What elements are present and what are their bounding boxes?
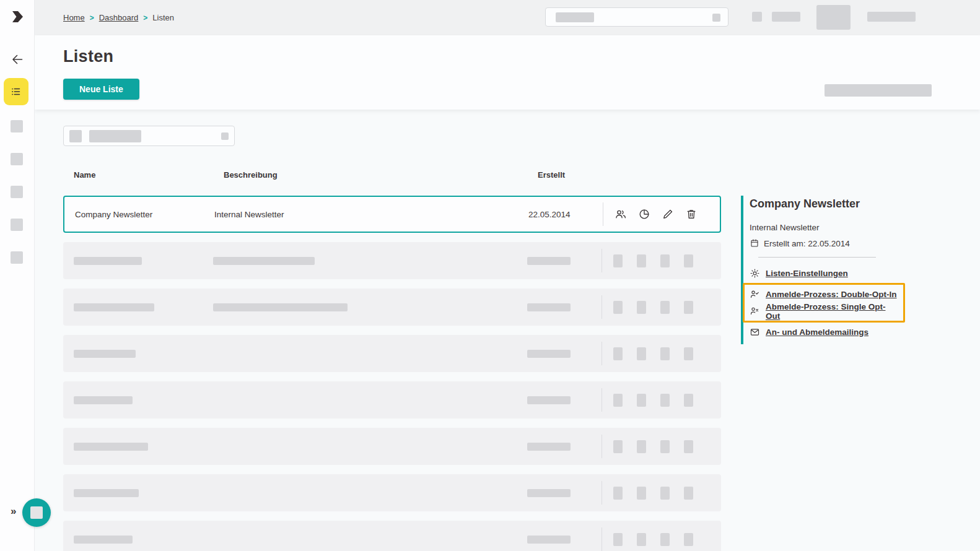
fab-placeholder-icon (30, 506, 43, 519)
sidebar-item-lists[interactable] (4, 78, 28, 105)
table-row-selected[interactable]: Company Newsletter Internal Newsletter 2… (63, 196, 721, 233)
list-name: Company Newsletter (64, 210, 214, 219)
new-list-button[interactable]: Neue Liste (63, 79, 139, 100)
opt-process-highlight-box: Anmelde-Prozess: Double-Opt-In Abmelde-P… (743, 283, 905, 323)
list-detail-panel: Company Newsletter Internal Newsletter E… (741, 196, 970, 344)
topbar-placeholder-bar (772, 12, 800, 22)
table-row-skeleton (63, 474, 721, 511)
sidebar-item-placeholder[interactable] (11, 186, 23, 198)
page-title: Listen (63, 47, 113, 66)
topbar: Home > Dashboard > Listen (35, 0, 980, 35)
search-placeholder-bar (556, 12, 594, 22)
sidebar-expand-chevrons[interactable]: » (11, 505, 16, 518)
avatar[interactable] (816, 5, 851, 30)
statistics-icon[interactable] (638, 208, 650, 220)
list-created-date: 22.05.2014 (528, 210, 603, 219)
mailings-link[interactable]: An- und Abmeldemailings (766, 328, 868, 337)
person-check-icon (750, 289, 760, 300)
topbar-placeholder-icon (752, 12, 762, 22)
breadcrumb-home-link[interactable]: Home (63, 13, 85, 22)
breadcrumb-separator: > (143, 14, 147, 22)
column-header-description: Beschreibung (224, 170, 278, 180)
breadcrumb: Home > Dashboard > Listen (63, 0, 174, 35)
breadcrumb-separator: > (90, 14, 94, 22)
sidebar: » (0, 0, 35, 551)
calendar-icon (750, 238, 759, 248)
gear-icon (750, 268, 760, 279)
envelope-icon (750, 327, 760, 337)
column-header-name: Name (74, 170, 95, 180)
table-row-skeleton (63, 242, 721, 279)
breadcrumb-current: Listen (152, 13, 174, 22)
back-arrow-icon[interactable] (10, 52, 25, 67)
table-row-skeleton (63, 335, 721, 372)
floating-action-button[interactable] (22, 498, 51, 527)
logo-icon (7, 6, 28, 27)
topbar-placeholder-bar (867, 12, 916, 22)
list-filter-input[interactable] (63, 126, 235, 146)
detail-title: Company Newsletter (750, 197, 970, 210)
optout-process-link[interactable]: Abmelde-Prozess: Single Opt-Out (766, 302, 899, 321)
column-header-created: Erstellt (538, 170, 565, 180)
filter-placeholder-bar (89, 130, 141, 142)
page-header: Listen Neue Liste (35, 35, 980, 110)
person-x-icon (750, 306, 760, 316)
list-icon (9, 85, 23, 98)
sidebar-item-placeholder[interactable] (11, 251, 23, 264)
panel-divider (758, 257, 876, 258)
row-actions (615, 208, 698, 220)
list-description: Internal Newsletter (214, 210, 528, 219)
optin-process-link[interactable]: Anmelde-Prozess: Double-Opt-In (766, 290, 897, 299)
breadcrumb-dashboard-link[interactable]: Dashboard (99, 13, 139, 22)
recipients-icon[interactable] (615, 208, 627, 220)
search-input[interactable] (545, 7, 728, 27)
sidebar-item-placeholder[interactable] (11, 120, 23, 132)
table-row-skeleton (63, 428, 721, 465)
list-settings-link[interactable]: Listen-Einstellungen (766, 269, 848, 278)
table-row-skeleton (63, 521, 721, 551)
table-row-skeleton (63, 289, 721, 326)
edit-icon[interactable] (662, 208, 674, 220)
delete-icon[interactable] (685, 208, 698, 220)
filter-dropdown-icon (221, 132, 229, 140)
filter-placeholder-icon (69, 130, 82, 142)
detail-created-date: Erstellt am: 22.05.2014 (764, 239, 850, 248)
sidebar-item-placeholder[interactable] (11, 219, 23, 231)
search-icon (712, 14, 720, 22)
sidebar-item-placeholder[interactable] (11, 153, 23, 165)
header-placeholder-bar (825, 84, 932, 97)
actions-divider (603, 202, 603, 226)
detail-subtitle: Internal Newsletter (750, 223, 970, 232)
lists-table: Company Newsletter Internal Newsletter 2… (63, 196, 721, 551)
table-row-skeleton (63, 381, 721, 419)
